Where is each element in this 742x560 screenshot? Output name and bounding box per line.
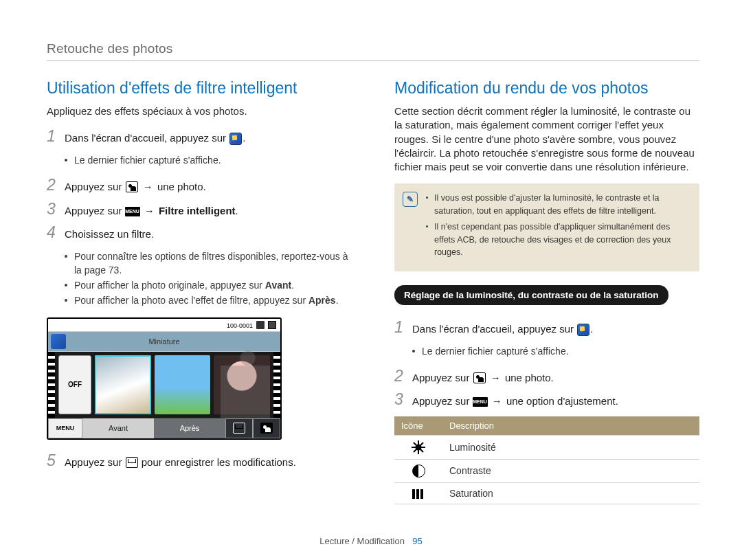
section-title-left: Utilisation d'effets de ﬁltre intelligen…	[47, 79, 352, 98]
miniature-strip: Miniature	[48, 331, 280, 352]
step-number: 3	[394, 391, 412, 408]
preview-people-button[interactable]	[253, 418, 280, 438]
step4-notes: Pour connaître les options de ﬁltres dis…	[65, 249, 352, 308]
preview-save-button[interactable]	[225, 418, 253, 438]
file-counter: 100-0001	[227, 321, 276, 329]
subsection-pill: Réglage de la luminosité, du contraste o…	[394, 285, 668, 305]
table-row: Contraste	[394, 459, 699, 482]
step-number: 1	[394, 319, 412, 336]
info-note: ✎ Il vous est possible d'ajuster la lumi…	[394, 183, 699, 271]
step-text: Dans l'écran d'accueil, appuyez sur .	[65, 128, 245, 146]
menu-icon: MENU	[473, 397, 488, 407]
tab-avant[interactable]: Avant	[82, 418, 154, 438]
saturation-icon	[412, 489, 425, 499]
album-icon	[577, 324, 589, 336]
left-column: Utilisation d'effets de ﬁltre intelligen…	[47, 79, 352, 504]
section-title-right: Modiﬁcation du rendu de vos photos	[394, 79, 699, 98]
table-row: Luminosité	[394, 435, 699, 459]
filter-thumbnail[interactable]	[95, 355, 151, 414]
film-sprocket-right	[273, 352, 280, 418]
menu-icon: MENU	[125, 207, 140, 216]
filter-thumbnail[interactable]	[214, 355, 270, 414]
page-header: Retouche des photos	[47, 41, 699, 56]
table-header-desc: Description	[442, 416, 699, 436]
right-column: Modiﬁcation du rendu de vos photos Cette…	[394, 79, 699, 504]
step-number: 1	[47, 128, 65, 145]
step-text: Appuyez sur MENU → une option d'ajusteme…	[412, 391, 618, 410]
contrast-icon	[412, 464, 425, 478]
preview-menu-button[interactable]: MENU	[48, 418, 82, 438]
step-number: 2	[47, 177, 65, 194]
header-rule	[47, 60, 699, 61]
step-text: Appuyez sur → une photo.	[412, 368, 554, 386]
r-step1-notes: Le dernier ﬁchier capturé s'afﬁche.	[412, 344, 699, 358]
table-row: Saturation	[394, 482, 699, 504]
info-icon: ✎	[403, 192, 418, 207]
step-number: 3	[47, 201, 65, 218]
step-text: Dans l'écran d'accueil, appuyez sur .	[412, 319, 593, 337]
adjustment-options-table: Icône Description Luminosité Contraste	[394, 416, 699, 504]
save-icon	[126, 457, 138, 468]
page-footer: Lecture / Modiﬁcation 95	[0, 536, 742, 546]
step-number: 2	[394, 368, 412, 385]
right-intro: Cette section décrit comment régler la l…	[394, 104, 699, 174]
film-sprocket-left	[48, 352, 55, 418]
people-icon	[473, 372, 486, 383]
people-icon	[126, 181, 138, 192]
album-icon	[229, 133, 242, 145]
step-text: Appuyez sur MENU → Filtre intelligent.	[65, 201, 238, 219]
left-intro: Appliquez des effets spéciaux à vos phot…	[47, 104, 352, 118]
table-header-icon: Icône	[394, 416, 442, 436]
off-button[interactable]: OFF	[58, 355, 91, 414]
tab-apres[interactable]: Après	[154, 418, 225, 438]
camera-screen-preview: 100-0001 Miniature OFF	[47, 317, 282, 440]
brightness-icon	[412, 440, 425, 454]
filter-thumbnail[interactable]	[155, 355, 211, 414]
step-number: 5	[47, 452, 65, 469]
step-text: Choisissez un ﬁltre.	[65, 224, 154, 243]
step-text: Appuyez sur → une photo.	[65, 177, 206, 195]
step1-notes: Le dernier ﬁchier capturé s'afﬁche.	[65, 153, 352, 167]
step-text: Appuyez sur pour enregistrer les modiﬁca…	[65, 452, 296, 471]
step-number: 4	[47, 224, 65, 241]
